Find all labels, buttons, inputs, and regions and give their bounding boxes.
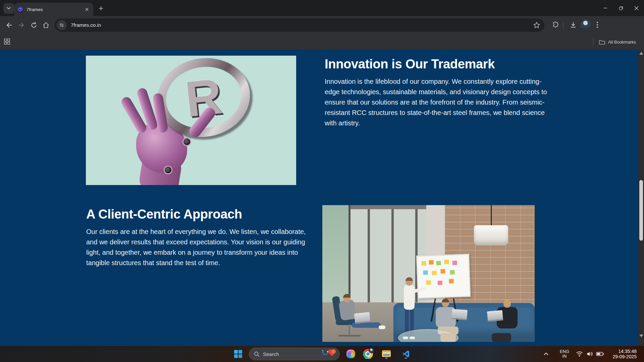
tab-title: 7frames <box>26 7 84 12</box>
window-controls <box>598 0 644 16</box>
battery-charging-icon <box>596 351 604 357</box>
speaker-icon <box>586 351 593 357</box>
clock-date: 29-09-2025 <box>607 354 637 359</box>
section-heading-innovation: Innovation is Our Trademark <box>325 57 495 71</box>
tab-close-icon[interactable] <box>84 6 90 12</box>
clock-time: 14:35:48 <box>607 349 637 354</box>
presenter-torso <box>404 285 415 310</box>
reload-button[interactable] <box>30 21 38 29</box>
language-line2: IN <box>558 354 571 359</box>
tab-strip: 7frames <box>0 0 644 16</box>
taskbar-search-box[interactable]: Search <box>249 348 340 360</box>
chrome-taskbar-button[interactable] <box>362 348 374 360</box>
section-heading-client: A Client-Centric Approach <box>86 207 242 222</box>
language-line1: ENG <box>558 349 571 354</box>
bookmarks-divider <box>593 38 593 46</box>
sofa-man-leg <box>492 333 511 342</box>
browser-menu-button[interactable] <box>595 21 599 29</box>
folder-icon <box>599 40 605 45</box>
windows-logo-icon <box>234 350 243 358</box>
search-placeholder: Search <box>263 351 279 357</box>
chevron-down-icon <box>7 7 11 10</box>
copilot-button[interactable] <box>345 348 357 360</box>
back-button[interactable] <box>5 21 13 29</box>
close-icon <box>85 8 89 11</box>
extensions-button[interactable] <box>551 21 559 29</box>
desktop-screen: 7frames <box>0 0 644 362</box>
lamp-cord <box>491 205 492 226</box>
copilot-icon <box>346 350 355 358</box>
site-info-button[interactable] <box>57 20 67 30</box>
scrollbar-thumb[interactable] <box>639 180 643 241</box>
search-highlight-stethoscope-heart-icon <box>321 350 335 358</box>
wifi-button[interactable] <box>576 346 583 362</box>
new-tab-button[interactable] <box>97 4 105 13</box>
forward-button[interactable] <box>18 21 25 29</box>
browser-toolbar: 7frames.co.in <box>0 16 644 34</box>
tune-icon <box>59 22 64 28</box>
restore-icon <box>619 6 623 10</box>
seated-man-left <box>338 299 357 321</box>
vscode-button[interactable] <box>400 348 412 360</box>
window-close-button[interactable] <box>629 0 644 16</box>
minimize-icon <box>603 6 607 10</box>
bookmark-star-button[interactable] <box>533 21 540 29</box>
wifi-icon <box>576 351 583 357</box>
page-scrollbar[interactable] <box>638 50 644 346</box>
scroll-down-arrow[interactable] <box>639 335 643 337</box>
chrome-profile-badge <box>369 348 374 353</box>
home-button[interactable] <box>42 21 50 29</box>
active-app-indicator <box>365 358 371 359</box>
plus-icon <box>99 6 103 11</box>
webpage-viewport: R Innovation is Our Trademark Innovation… <box>0 50 644 346</box>
office-chair-base <box>338 335 361 337</box>
battery-button[interactable] <box>596 346 604 362</box>
robot-joint <box>182 137 191 146</box>
open-app-indicator <box>385 358 388 359</box>
url-text: 7frames.co.in <box>71 18 101 32</box>
laptop <box>487 310 503 322</box>
hexagon-logo-icon <box>18 7 22 11</box>
all-bookmarks-button[interactable]: All Bookmarks <box>593 34 636 50</box>
seated-man-shoe <box>379 325 385 329</box>
folder-icon-strip <box>383 354 390 356</box>
downloads-button[interactable] <box>569 21 577 29</box>
laptop <box>354 312 371 324</box>
open-app-indicator <box>405 358 407 359</box>
file-explorer-button[interactable] <box>380 348 392 360</box>
all-bookmarks-label: All Bookmarks <box>608 40 636 45</box>
section-body-innovation: Innovation is the lifeblood of our compa… <box>325 76 551 128</box>
apps-grid-icon[interactable] <box>4 39 10 45</box>
toolbar-divider <box>563 22 564 28</box>
taskbar-clock[interactable]: 14:35:48 29-09-2025 <box>607 346 637 362</box>
whiteboard <box>416 254 471 298</box>
window-restore-button[interactable] <box>613 0 629 16</box>
search-icon <box>254 351 260 357</box>
chevron-up-icon <box>543 352 549 356</box>
language-indicator[interactable]: ENG IN <box>558 346 571 362</box>
windows-taskbar: Search <box>0 346 644 362</box>
scroll-up-arrow[interactable] <box>639 52 643 55</box>
close-icon <box>634 6 639 10</box>
office-chair-pole <box>348 324 350 335</box>
robot-joint <box>164 166 172 174</box>
bookmarks-bar: All Bookmarks <box>0 34 644 50</box>
volume-button[interactable] <box>586 346 593 362</box>
laptop <box>451 309 468 320</box>
site-favicon-icon <box>17 6 23 12</box>
team-meeting-image <box>322 205 535 342</box>
address-bar[interactable]: 7frames.co.in <box>55 18 544 32</box>
robot-hand-trademark-image: R <box>86 56 296 185</box>
window-minimize-button[interactable] <box>598 0 613 16</box>
section-body-client: Our clients are at the heart of everythi… <box>86 227 308 268</box>
browser-chrome: 7frames <box>0 0 644 50</box>
profile-avatar[interactable] <box>581 20 590 29</box>
start-button[interactable] <box>232 348 244 360</box>
tab-7frames[interactable]: 7frames <box>14 3 93 16</box>
tab-search-button[interactable] <box>3 3 14 14</box>
vscode-icon <box>401 350 410 358</box>
pendant-lamp <box>474 225 508 245</box>
tray-show-hidden-button[interactable] <box>543 346 549 362</box>
